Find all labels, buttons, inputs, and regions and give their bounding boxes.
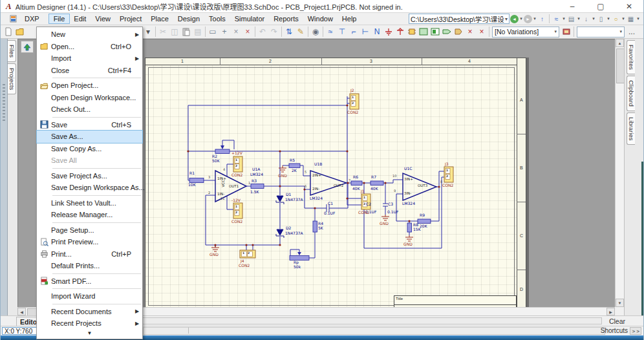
address-back-dropdown-icon[interactable]: ▾ (519, 16, 524, 21)
menu-place[interactable]: Place (146, 14, 173, 23)
menu-file[interactable]: File (49, 14, 70, 23)
open-document-icon[interactable] (14, 26, 26, 37)
dock-grip[interactable] (3, 84, 5, 123)
highlight-tool-icon[interactable]: ○ (611, 14, 621, 23)
probe-dropdown-icon[interactable]: ▾ (606, 16, 611, 21)
scroll-left-icon[interactable]: ◀ (17, 308, 26, 315)
place-harness-connector-icon[interactable] (453, 26, 464, 37)
grid-tool-icon[interactable]: ▦ (626, 14, 636, 23)
file-menu-item-close[interactable]: CloseCtrl+F4 (37, 65, 142, 77)
menu-simulator[interactable]: Simulator (230, 14, 269, 23)
file-menu-item-import-wizard[interactable]: Import Wizard (37, 290, 142, 303)
variations-combo[interactable]: [No Variations]▾ (492, 27, 559, 37)
file-menu-item-recent-documents[interactable]: Recent Documents▶ (37, 306, 142, 318)
place-compile-mask-icon[interactable]: × (476, 26, 488, 37)
clear-button[interactable]: Clear (609, 317, 625, 325)
place-wire-icon[interactable]: ≈ (325, 26, 336, 37)
mask-level-combo[interactable]: ▾ (577, 27, 625, 37)
left-tab-projects[interactable]: Projects (8, 63, 16, 94)
variant-manager-icon[interactable] (561, 26, 572, 37)
dxp-icon[interactable] (10, 15, 18, 23)
menu-help[interactable]: Help (338, 14, 361, 23)
chevron-down-icon[interactable]: ▾ (505, 16, 508, 22)
menu-dxp[interactable]: DXP (20, 14, 44, 23)
layers-tool-icon[interactable]: ▤ (566, 14, 576, 23)
menu-edit[interactable]: Edit (69, 14, 91, 23)
minimize-button[interactable]: – (558, 0, 586, 12)
navigate-dropdown-icon[interactable]: ▾ (591, 16, 596, 21)
place-sheet-symbol-icon[interactable] (418, 26, 429, 37)
redo-icon[interactable]: ↷ (268, 26, 280, 37)
deselect-icon[interactable]: × (230, 26, 242, 37)
file-menu-item-save-design-workspace-as[interactable]: Save Design Workspace As... (37, 182, 142, 194)
file-menu-item-save-project-as[interactable]: Save Project As... (37, 170, 142, 182)
copy-icon[interactable]: ◫ (169, 26, 180, 37)
find-similar-icon[interactable]: ◉ (310, 26, 321, 37)
place-part-icon[interactable] (406, 26, 418, 37)
toolbar-dropdown-icon[interactable]: ▾ (142, 26, 154, 37)
move-object-icon[interactable]: + (219, 26, 230, 37)
file-menu-item-import[interactable]: Import▶ (37, 52, 142, 65)
file-menu-item-default-prints[interactable]: Default Prints... (37, 260, 142, 272)
probe-tool-icon[interactable]: ▯ (596, 14, 606, 23)
place-gnd-power-port-icon[interactable] (383, 26, 394, 37)
file-menu-item-release-manager[interactable]: Release Manager... (37, 209, 142, 221)
place-net-label-icon[interactable]: N (371, 26, 383, 37)
place-bus-icon[interactable]: ⊤ (336, 26, 348, 37)
right-tab-clipboard[interactable]: Clipboard (627, 76, 635, 111)
waveform-dropdown-icon[interactable]: ▾ (561, 16, 566, 21)
file-menu-item-open[interactable]: Open...Ctrl+O (37, 41, 142, 53)
scroll-up-icon[interactable]: ▲ (616, 39, 624, 47)
file-menu-item-save-all[interactable]: Save All (37, 154, 142, 167)
file-menu-item-print[interactable]: Print...Ctrl+P (37, 248, 142, 260)
scroll-right-icon[interactable]: ▶ (606, 308, 615, 315)
file-menu-item-link-sheet-to-vault[interactable]: Link Sheet to Vault... (37, 197, 142, 209)
place-sheet-entry-icon[interactable] (429, 26, 441, 37)
file-menu-item-save[interactable]: SaveCtrl+S (37, 119, 142, 131)
file-menu-item-smart-pdf[interactable]: Smart PDF... (37, 275, 142, 288)
menu-design[interactable]: Design (173, 14, 204, 23)
up-one-level-icon[interactable]: ↑ (537, 14, 547, 23)
paste-icon[interactable] (180, 26, 192, 37)
left-tab-files[interactable]: Files (8, 40, 16, 62)
file-menu-item-new[interactable]: New▶ (37, 28, 142, 41)
panel-up-arrow-button[interactable] (21, 41, 34, 53)
file-menu-item-open-design-workspace[interactable]: Open Design Workspace... (37, 92, 142, 104)
file-menu-item-page-setup[interactable]: Page Setup... (37, 224, 142, 237)
select-area-icon[interactable]: ▭ (207, 26, 219, 37)
navigate-down-tool-icon[interactable]: ↓ (581, 14, 591, 23)
grid-dropdown-icon[interactable]: ▾ (636, 16, 641, 21)
address-forward-dropdown-icon[interactable]: ▾ (532, 16, 537, 21)
address-forward-icon[interactable]: ► (524, 15, 532, 23)
clear-filter-icon[interactable]: × (242, 26, 253, 37)
place-signal-harness-icon[interactable]: ⊢ (360, 26, 371, 37)
undo-icon[interactable]: ↶ (257, 26, 268, 37)
file-menu-item-print-preview[interactable]: Print Preview... (37, 236, 142, 248)
waveform-tool-icon[interactable]: ≈ (552, 14, 561, 23)
layers-dropdown-icon[interactable]: ▾ (576, 16, 581, 21)
new-document-icon[interactable] (3, 26, 14, 37)
place-vcc-power-port-icon[interactable] (394, 26, 406, 37)
menu-project[interactable]: Project (115, 14, 146, 23)
paste-array-icon[interactable]: ▤ (192, 26, 204, 37)
schematic-sheet[interactable]: 1234 ABCD (145, 58, 526, 307)
menu-reports[interactable]: Reports (269, 14, 303, 23)
place-bus-entry-icon[interactable]: ⌐ (348, 26, 360, 37)
address-combo[interactable]: C:\Users\33\Desktop\学习\课设 ▾ (409, 14, 510, 24)
scroll-down-icon[interactable]: ▼ (616, 299, 624, 307)
file-menu-item-recent-projects[interactable]: Recent Projects▶ (37, 317, 142, 330)
place-no-erc-icon[interactable]: × (464, 26, 476, 37)
close-button[interactable]: ✕ (615, 0, 643, 12)
maximize-button[interactable]: ▢ (586, 0, 615, 12)
menu-tools[interactable]: Tools (204, 14, 230, 23)
file-menu-item-open-project[interactable]: Open Project... (37, 80, 142, 92)
interactive-edit-icon[interactable]: ✎ (295, 26, 306, 37)
vertical-scrollbar[interactable]: ▲ ▼ (615, 39, 624, 307)
cross-probe-icon[interactable]: ⇅ (283, 26, 295, 37)
menu-view[interactable]: View (91, 14, 115, 23)
menu-window[interactable]: Window (303, 14, 338, 23)
menu-scroll-down-icon[interactable]: ▼ (37, 330, 142, 337)
file-menu-item-save-as[interactable]: Save As... (37, 131, 142, 143)
panel-chevrons-button[interactable]: > > (630, 327, 641, 335)
right-tab-favorites[interactable]: Favorites (627, 40, 635, 74)
